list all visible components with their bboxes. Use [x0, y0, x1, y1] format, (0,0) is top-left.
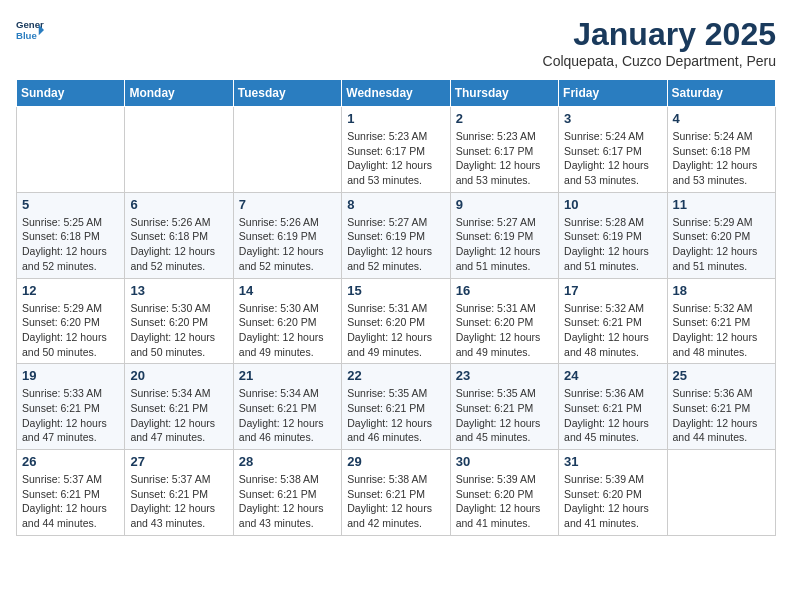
calendar-cell: 14Sunrise: 5:30 AMSunset: 6:20 PMDayligh…	[233, 278, 341, 364]
day-info: Sunrise: 5:23 AMSunset: 6:17 PMDaylight:…	[347, 129, 444, 188]
calendar-cell: 10Sunrise: 5:28 AMSunset: 6:19 PMDayligh…	[559, 192, 667, 278]
day-number: 13	[130, 283, 227, 298]
day-info: Sunrise: 5:35 AMSunset: 6:21 PMDaylight:…	[456, 386, 553, 445]
day-number: 19	[22, 368, 119, 383]
logo: General Blue	[16, 16, 44, 44]
day-number: 11	[673, 197, 770, 212]
day-info: Sunrise: 5:24 AMSunset: 6:17 PMDaylight:…	[564, 129, 661, 188]
day-info: Sunrise: 5:39 AMSunset: 6:20 PMDaylight:…	[456, 472, 553, 531]
day-info: Sunrise: 5:36 AMSunset: 6:21 PMDaylight:…	[673, 386, 770, 445]
day-info: Sunrise: 5:23 AMSunset: 6:17 PMDaylight:…	[456, 129, 553, 188]
calendar-cell: 22Sunrise: 5:35 AMSunset: 6:21 PMDayligh…	[342, 364, 450, 450]
calendar-cell: 8Sunrise: 5:27 AMSunset: 6:19 PMDaylight…	[342, 192, 450, 278]
calendar-week-row: 5Sunrise: 5:25 AMSunset: 6:18 PMDaylight…	[17, 192, 776, 278]
day-number: 3	[564, 111, 661, 126]
column-header-tuesday: Tuesday	[233, 80, 341, 107]
column-header-sunday: Sunday	[17, 80, 125, 107]
day-info: Sunrise: 5:27 AMSunset: 6:19 PMDaylight:…	[456, 215, 553, 274]
svg-text:Blue: Blue	[16, 30, 37, 41]
calendar-week-row: 1Sunrise: 5:23 AMSunset: 6:17 PMDaylight…	[17, 107, 776, 193]
calendar-cell	[125, 107, 233, 193]
day-number: 27	[130, 454, 227, 469]
day-info: Sunrise: 5:31 AMSunset: 6:20 PMDaylight:…	[456, 301, 553, 360]
day-info: Sunrise: 5:31 AMSunset: 6:20 PMDaylight:…	[347, 301, 444, 360]
day-info: Sunrise: 5:34 AMSunset: 6:21 PMDaylight:…	[130, 386, 227, 445]
day-info: Sunrise: 5:33 AMSunset: 6:21 PMDaylight:…	[22, 386, 119, 445]
column-header-friday: Friday	[559, 80, 667, 107]
day-number: 23	[456, 368, 553, 383]
day-info: Sunrise: 5:38 AMSunset: 6:21 PMDaylight:…	[347, 472, 444, 531]
page-header: General Blue January 2025 Colquepata, Cu…	[16, 16, 776, 69]
day-info: Sunrise: 5:34 AMSunset: 6:21 PMDaylight:…	[239, 386, 336, 445]
calendar-week-row: 12Sunrise: 5:29 AMSunset: 6:20 PMDayligh…	[17, 278, 776, 364]
day-info: Sunrise: 5:25 AMSunset: 6:18 PMDaylight:…	[22, 215, 119, 274]
day-info: Sunrise: 5:39 AMSunset: 6:20 PMDaylight:…	[564, 472, 661, 531]
column-header-wednesday: Wednesday	[342, 80, 450, 107]
calendar-cell: 3Sunrise: 5:24 AMSunset: 6:17 PMDaylight…	[559, 107, 667, 193]
logo-icon: General Blue	[16, 16, 44, 44]
calendar-cell: 31Sunrise: 5:39 AMSunset: 6:20 PMDayligh…	[559, 450, 667, 536]
column-header-thursday: Thursday	[450, 80, 558, 107]
day-info: Sunrise: 5:29 AMSunset: 6:20 PMDaylight:…	[22, 301, 119, 360]
day-number: 9	[456, 197, 553, 212]
day-info: Sunrise: 5:26 AMSunset: 6:19 PMDaylight:…	[239, 215, 336, 274]
day-info: Sunrise: 5:37 AMSunset: 6:21 PMDaylight:…	[22, 472, 119, 531]
day-info: Sunrise: 5:24 AMSunset: 6:18 PMDaylight:…	[673, 129, 770, 188]
day-info: Sunrise: 5:37 AMSunset: 6:21 PMDaylight:…	[130, 472, 227, 531]
day-number: 25	[673, 368, 770, 383]
day-number: 15	[347, 283, 444, 298]
calendar-week-row: 26Sunrise: 5:37 AMSunset: 6:21 PMDayligh…	[17, 450, 776, 536]
day-number: 5	[22, 197, 119, 212]
calendar-cell: 19Sunrise: 5:33 AMSunset: 6:21 PMDayligh…	[17, 364, 125, 450]
calendar-cell	[233, 107, 341, 193]
day-number: 17	[564, 283, 661, 298]
day-number: 21	[239, 368, 336, 383]
day-info: Sunrise: 5:28 AMSunset: 6:19 PMDaylight:…	[564, 215, 661, 274]
calendar-header-row: SundayMondayTuesdayWednesdayThursdayFrid…	[17, 80, 776, 107]
day-number: 31	[564, 454, 661, 469]
day-number: 4	[673, 111, 770, 126]
day-info: Sunrise: 5:29 AMSunset: 6:20 PMDaylight:…	[673, 215, 770, 274]
day-number: 16	[456, 283, 553, 298]
day-number: 10	[564, 197, 661, 212]
calendar-cell: 15Sunrise: 5:31 AMSunset: 6:20 PMDayligh…	[342, 278, 450, 364]
calendar-cell: 23Sunrise: 5:35 AMSunset: 6:21 PMDayligh…	[450, 364, 558, 450]
calendar-cell: 1Sunrise: 5:23 AMSunset: 6:17 PMDaylight…	[342, 107, 450, 193]
calendar-cell: 16Sunrise: 5:31 AMSunset: 6:20 PMDayligh…	[450, 278, 558, 364]
day-info: Sunrise: 5:30 AMSunset: 6:20 PMDaylight:…	[130, 301, 227, 360]
day-number: 26	[22, 454, 119, 469]
day-number: 24	[564, 368, 661, 383]
day-number: 8	[347, 197, 444, 212]
day-number: 28	[239, 454, 336, 469]
calendar-cell: 29Sunrise: 5:38 AMSunset: 6:21 PMDayligh…	[342, 450, 450, 536]
calendar-table: SundayMondayTuesdayWednesdayThursdayFrid…	[16, 79, 776, 536]
calendar-cell: 20Sunrise: 5:34 AMSunset: 6:21 PMDayligh…	[125, 364, 233, 450]
day-info: Sunrise: 5:32 AMSunset: 6:21 PMDaylight:…	[564, 301, 661, 360]
calendar-cell: 9Sunrise: 5:27 AMSunset: 6:19 PMDaylight…	[450, 192, 558, 278]
calendar-cell: 24Sunrise: 5:36 AMSunset: 6:21 PMDayligh…	[559, 364, 667, 450]
column-header-monday: Monday	[125, 80, 233, 107]
calendar-cell: 21Sunrise: 5:34 AMSunset: 6:21 PMDayligh…	[233, 364, 341, 450]
day-number: 7	[239, 197, 336, 212]
calendar-cell: 18Sunrise: 5:32 AMSunset: 6:21 PMDayligh…	[667, 278, 775, 364]
day-number: 1	[347, 111, 444, 126]
calendar-cell: 25Sunrise: 5:36 AMSunset: 6:21 PMDayligh…	[667, 364, 775, 450]
day-info: Sunrise: 5:32 AMSunset: 6:21 PMDaylight:…	[673, 301, 770, 360]
calendar-cell: 17Sunrise: 5:32 AMSunset: 6:21 PMDayligh…	[559, 278, 667, 364]
day-info: Sunrise: 5:30 AMSunset: 6:20 PMDaylight:…	[239, 301, 336, 360]
calendar-cell	[17, 107, 125, 193]
day-info: Sunrise: 5:38 AMSunset: 6:21 PMDaylight:…	[239, 472, 336, 531]
day-number: 18	[673, 283, 770, 298]
day-info: Sunrise: 5:27 AMSunset: 6:19 PMDaylight:…	[347, 215, 444, 274]
day-number: 12	[22, 283, 119, 298]
calendar-cell: 13Sunrise: 5:30 AMSunset: 6:20 PMDayligh…	[125, 278, 233, 364]
calendar-cell: 12Sunrise: 5:29 AMSunset: 6:20 PMDayligh…	[17, 278, 125, 364]
calendar-cell: 30Sunrise: 5:39 AMSunset: 6:20 PMDayligh…	[450, 450, 558, 536]
location-subtitle: Colquepata, Cuzco Department, Peru	[543, 53, 776, 69]
day-info: Sunrise: 5:26 AMSunset: 6:18 PMDaylight:…	[130, 215, 227, 274]
calendar-week-row: 19Sunrise: 5:33 AMSunset: 6:21 PMDayligh…	[17, 364, 776, 450]
calendar-cell: 26Sunrise: 5:37 AMSunset: 6:21 PMDayligh…	[17, 450, 125, 536]
calendar-cell: 2Sunrise: 5:23 AMSunset: 6:17 PMDaylight…	[450, 107, 558, 193]
day-number: 29	[347, 454, 444, 469]
day-number: 14	[239, 283, 336, 298]
